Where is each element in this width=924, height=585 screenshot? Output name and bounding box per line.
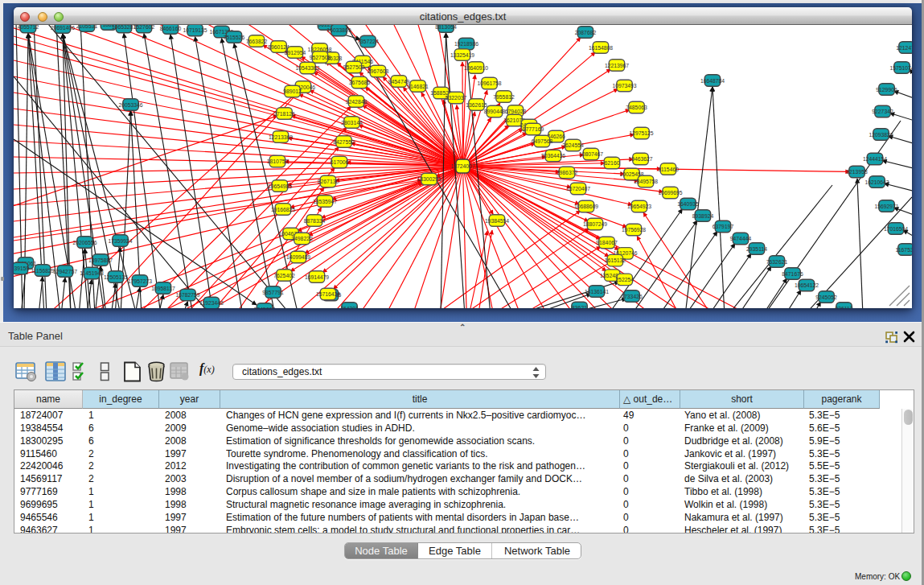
svg-text:10699695: 10699695 (658, 190, 682, 196)
svg-text:8878334: 8878334 (304, 218, 326, 224)
svg-text:10654122: 10654122 (795, 282, 819, 288)
svg-text:10973493: 10973493 (612, 83, 636, 89)
svg-text:19756928: 19756928 (622, 227, 646, 233)
svg-text:15692971: 15692971 (874, 204, 898, 209)
svg-text:12213967: 12213967 (605, 63, 629, 68)
svg-text:1733426: 1733426 (621, 294, 643, 299)
svg-text:16914479: 16914479 (305, 274, 329, 280)
svg-text:19384554: 19384554 (485, 218, 509, 224)
svg-text:19218986: 19218986 (454, 41, 478, 47)
svg-text:11923448: 11923448 (199, 300, 224, 306)
svg-text:18495758: 18495758 (634, 179, 658, 184)
svg-text:7986372: 7986372 (556, 170, 578, 175)
svg-text:8213958: 8213958 (846, 169, 868, 175)
svg-text:10719135: 10719135 (183, 27, 207, 33)
svg-text:12444154: 12444154 (863, 156, 887, 162)
svg-text:252254: 252254 (615, 277, 634, 282)
svg-text:8938924: 8938924 (692, 213, 714, 219)
svg-text:8427552: 8427552 (333, 139, 355, 145)
svg-text:14099489: 14099489 (286, 254, 310, 260)
svg-text:3498222: 3498222 (291, 236, 313, 241)
svg-text:2935114: 2935114 (746, 246, 767, 252)
svg-text:10961758: 10961758 (477, 80, 501, 86)
svg-text:8912954: 8912954 (285, 50, 306, 56)
svg-text:1167534: 1167534 (896, 247, 912, 253)
svg-text:1527602: 1527602 (133, 25, 155, 30)
svg-text:617006: 617006 (331, 159, 349, 165)
svg-text:8960124: 8960124 (268, 44, 290, 50)
svg-text:13535947: 13535947 (313, 199, 337, 204)
svg-text:9857791: 9857791 (262, 290, 284, 295)
svg-text:8990448: 8990448 (484, 109, 506, 114)
svg-text:3624554: 3624554 (562, 142, 584, 148)
svg-text:16033809: 16033809 (326, 27, 351, 33)
svg-text:19166825: 19166825 (271, 207, 295, 212)
svg-text:18724007: 18724007 (450, 163, 474, 169)
svg-text:15720407: 15720407 (566, 186, 590, 192)
svg-text:9184067: 9184067 (596, 240, 618, 245)
svg-text:8471676: 8471676 (782, 271, 803, 277)
svg-text:4055712: 4055712 (18, 25, 39, 30)
svg-text:764201: 764201 (340, 306, 359, 309)
svg-text:83621: 83621 (572, 305, 587, 308)
svg-text:17957273: 17957273 (128, 278, 152, 284)
svg-text:1362615: 1362615 (466, 102, 487, 108)
svg-text:16648784: 16648784 (700, 78, 725, 84)
svg-text:7663822: 7663822 (246, 39, 268, 44)
svg-text:14136141: 14136141 (585, 289, 609, 295)
svg-text:7955812: 7955812 (493, 94, 515, 100)
svg-text:12093822: 12093822 (869, 132, 893, 138)
svg-text:6497568: 6497568 (532, 138, 553, 144)
svg-text:9245012: 9245012 (254, 307, 276, 309)
svg-text:9227342: 9227342 (872, 109, 893, 114)
svg-text:11451943: 11451943 (80, 270, 104, 276)
svg-text:18300295: 18300295 (417, 176, 441, 182)
svg-text:7515526: 7515526 (224, 35, 245, 40)
svg-text:9242848: 9242848 (346, 99, 368, 105)
svg-text:9777169: 9777169 (523, 126, 544, 132)
svg-text:9245052: 9245052 (815, 295, 837, 300)
svg-text:19654923: 19654923 (627, 204, 651, 209)
svg-text:62160: 62160 (605, 160, 620, 166)
svg-text:12975125: 12975125 (629, 130, 653, 136)
svg-text:16210643: 16210643 (864, 179, 889, 185)
svg-text:989012: 989012 (283, 89, 302, 94)
svg-text:12505135: 12505135 (104, 274, 128, 280)
svg-text:13975887: 13975887 (88, 257, 113, 263)
svg-text:12942757: 12942757 (53, 269, 77, 274)
svg-text:1640935: 1640935 (677, 201, 699, 207)
svg-text:10807467: 10807467 (579, 151, 603, 157)
svg-text:9527508: 9527508 (310, 55, 331, 60)
svg-text:2105531: 2105531 (76, 25, 98, 29)
svg-text:16154808: 16154808 (589, 45, 613, 51)
svg-text:9129906: 9129906 (876, 87, 897, 93)
svg-text:2087682: 2087682 (575, 30, 597, 35)
svg-text:9115460: 9115460 (658, 167, 679, 172)
svg-text:7625402: 7625402 (273, 273, 295, 278)
svg-text:2718126: 2718126 (273, 111, 295, 117)
svg-text:19463627: 19463627 (628, 156, 652, 162)
svg-text:17359924: 17359924 (108, 238, 132, 244)
svg-text:16782759: 16782759 (175, 292, 199, 298)
svg-text:18807249: 18807249 (583, 221, 607, 227)
svg-text:15716434: 15716434 (316, 291, 340, 297)
svg-text:5322037: 5322037 (446, 95, 467, 101)
svg-text:8813054: 8813054 (435, 25, 457, 30)
svg-text:1615132: 1615132 (605, 257, 626, 263)
svg-text:7485063: 7485063 (626, 105, 647, 110)
svg-text:13325419: 13325419 (450, 52, 474, 58)
svg-text:20364436: 20364436 (541, 153, 565, 159)
svg-text:11156829: 11156829 (31, 268, 54, 274)
svg-text:17016504: 17016504 (884, 226, 908, 232)
svg-text:18640910: 18640910 (464, 65, 488, 71)
svg-text:2803144: 2803144 (341, 120, 363, 126)
svg-text:10688609: 10688609 (574, 204, 598, 209)
svg-text:12213369: 12213369 (269, 134, 293, 140)
svg-text:9146821: 9146821 (407, 84, 429, 89)
svg-text:19654985: 19654985 (268, 183, 292, 189)
svg-text:10543362: 10543362 (295, 65, 319, 71)
svg-text:8267130: 8267130 (318, 179, 339, 184)
svg-text:9474444: 9474444 (730, 236, 752, 241)
svg-text:1810753: 1810753 (267, 159, 289, 164)
svg-text:15751074: 15751074 (889, 65, 912, 71)
